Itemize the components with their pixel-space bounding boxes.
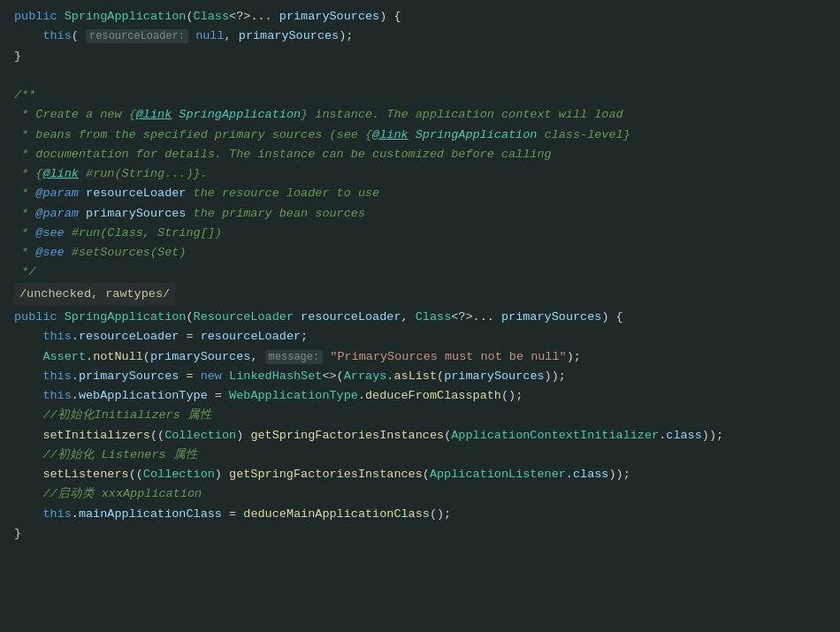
param-ref-primarysources: primarySources (239, 29, 339, 42)
code-line-comment-2: //初始化 Listeners 属性 (14, 445, 826, 465)
param-primarysources: primarySources (279, 10, 379, 23)
type-class: Class (194, 10, 230, 23)
code-line-body-1: this.resourceLoader = resourceLoader; (14, 327, 826, 346)
keyword-public: public (14, 10, 57, 23)
code-line-body-7: this.mainApplicationClass = deduceMainAp… (14, 505, 826, 524)
code-line-javadoc-3: * documentation for details. The instanc… (14, 145, 826, 164)
code-line-javadoc-7: * @see #run(Class, String[]) (14, 224, 826, 243)
code-line-javadoc-1: * Create a new {@link SpringApplication}… (14, 105, 826, 125)
code-line-javadoc-start: /** (14, 86, 826, 105)
annotation-tag: /unchecked, rawtypes/ (14, 283, 175, 306)
code-line-body-6: setListeners((Collection) getSpringFacto… (14, 465, 826, 484)
class-name: SpringApplication (65, 10, 187, 23)
keyword-null: null (195, 29, 224, 42)
code-line-javadoc-4: * {@link #run(String...)}. (14, 164, 826, 184)
code-line-3: } (14, 47, 826, 66)
code-line-javadoc-6: * @param primarySources the primary bean… (14, 204, 826, 224)
code-line-body-2: Assert.notNull(primarySources, message: … (14, 347, 826, 367)
code-line-comment-1: //初始化Initializers 属性 (14, 406, 826, 425)
code-line-body-3: this.primarySources = new LinkedHashSet<… (14, 367, 826, 386)
code-line-blank1 (14, 66, 826, 86)
code-line-annotation: /unchecked, rawtypes/ (14, 283, 826, 308)
code-line-javadoc-8: * @see #setSources(Set) (14, 243, 826, 263)
code-line-body-5: setInitializers((Collection) getSpringFa… (14, 426, 826, 445)
code-editor: public SpringApplication(Class<?>... pri… (0, 0, 840, 632)
code-line-body-4: this.webApplicationType = WebApplication… (14, 386, 826, 406)
code-line-1: public SpringApplication(Class<?>... pri… (14, 7, 826, 27)
hint-resourceloader: resourceLoader: (86, 29, 188, 43)
code-line-close: } (14, 524, 826, 544)
code-line-javadoc-2: * beans from the specified primary sourc… (14, 126, 826, 145)
keyword-this: this (42, 29, 71, 42)
code-line-javadoc-5: * @param resourceLoader the resource loa… (14, 184, 826, 203)
code-line-comment-3: //启动类 xxxApplication (14, 484, 826, 504)
code-line-2: this( resourceLoader: null, primarySourc… (14, 27, 826, 46)
code-line-constructor2: public SpringApplication(ResourceLoader … (14, 308, 826, 327)
code-line-javadoc-end: */ (14, 263, 826, 282)
